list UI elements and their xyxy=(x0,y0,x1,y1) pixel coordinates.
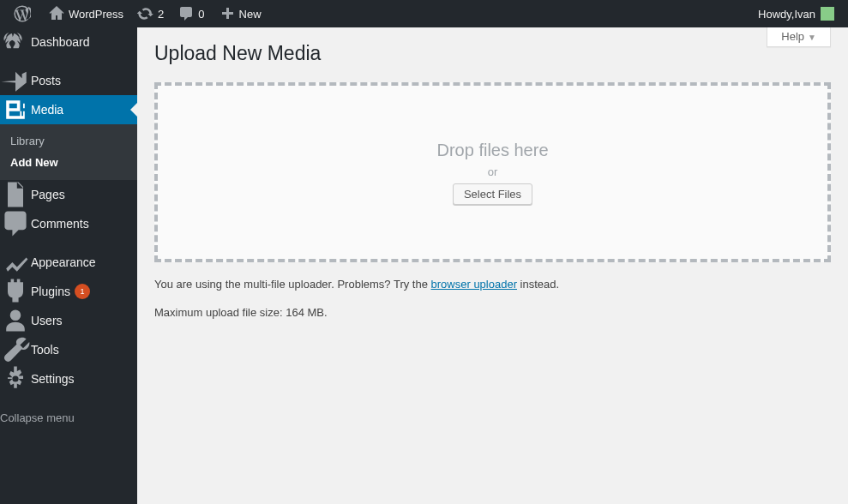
updates-count: 2 xyxy=(158,8,164,21)
wp-logo-menu[interactable] xyxy=(7,0,41,27)
updates-menu[interactable]: 2 xyxy=(130,0,171,27)
plugin-icon xyxy=(0,277,31,306)
media-icon xyxy=(0,95,31,124)
sidebar-item-appearance[interactable]: Appearance xyxy=(0,248,137,277)
sidebar-item-users[interactable]: Users xyxy=(0,306,137,335)
wordpress-logo-icon xyxy=(14,5,31,22)
help-tab-label: Help xyxy=(781,30,804,43)
sidebar-submenu-media: Library Add New xyxy=(0,124,137,180)
my-account-menu[interactable]: Howdy, Ivan xyxy=(751,0,841,27)
update-icon xyxy=(137,5,154,22)
sidebar-item-settings[interactable]: Settings xyxy=(0,364,137,393)
page-icon xyxy=(0,180,31,209)
comments-count: 0 xyxy=(198,8,204,21)
site-name-menu[interactable]: WordPress xyxy=(41,0,130,27)
plugins-update-badge: 1 xyxy=(75,284,90,299)
select-files-button[interactable]: Select Files xyxy=(453,183,532,205)
sidebar-subitem-add-new[interactable]: Add New xyxy=(0,152,137,173)
pin-icon xyxy=(0,66,31,95)
main-content: Upload New Media Drop files here or Sele… xyxy=(137,0,848,319)
sidebar-subitem-library[interactable]: Library xyxy=(0,130,137,152)
sidebar-item-plugins[interactable]: Plugins 1 xyxy=(0,277,137,306)
sidebar-item-label: Plugins xyxy=(31,285,70,298)
collapse-menu-label: Collapse menu xyxy=(0,411,75,424)
appearance-icon xyxy=(0,248,31,277)
user-icon xyxy=(0,306,31,335)
home-icon xyxy=(48,5,65,22)
comment-icon xyxy=(177,5,195,22)
sidebar-item-label: Media xyxy=(31,103,63,117)
comments-icon xyxy=(0,209,31,238)
dropzone-message: Drop files here xyxy=(436,141,548,160)
sidebar-item-comments[interactable]: Comments xyxy=(0,209,137,238)
sidebar-item-label: Tools xyxy=(31,343,59,357)
sidebar-item-tools[interactable]: Tools xyxy=(0,335,137,364)
site-name-label: WordPress xyxy=(69,8,123,21)
plus-icon xyxy=(219,5,236,22)
sidebar-item-label: Dashboard xyxy=(31,35,90,49)
sidebar-item-media[interactable]: Media xyxy=(0,95,137,124)
new-content-label: New xyxy=(239,8,262,21)
max-upload-size-text: Maximum upload file size: 164 MB. xyxy=(154,306,831,319)
sidebar-item-label: Pages xyxy=(31,188,65,201)
sidebar-item-dashboard[interactable]: Dashboard xyxy=(0,27,137,57)
sidebar-item-label: Comments xyxy=(31,217,89,231)
dropzone-or-label: or xyxy=(488,165,498,178)
sidebar-item-label: Appearance xyxy=(31,255,96,269)
howdy-label: Howdy, xyxy=(758,8,794,21)
admin-sidebar: Dashboard Posts Media Library Add New Pa… xyxy=(0,27,137,504)
browser-uploader-link[interactable]: browser uploader xyxy=(431,278,517,291)
settings-icon xyxy=(0,364,31,393)
new-content-menu[interactable]: New xyxy=(212,0,268,27)
tools-icon xyxy=(0,335,31,364)
admin-toolbar: WordPress 2 0 New Howdy, Ivan xyxy=(0,0,848,27)
sidebar-item-label: Posts xyxy=(31,74,61,87)
user-display-name: Ivan xyxy=(794,8,815,21)
sidebar-item-label: Settings xyxy=(31,372,75,386)
help-tab[interactable]: Help▼ xyxy=(767,27,831,47)
sidebar-item-posts[interactable]: Posts xyxy=(0,66,137,95)
sidebar-item-pages[interactable]: Pages xyxy=(0,180,137,209)
user-avatar-icon xyxy=(821,7,834,21)
sidebar-item-label: Users xyxy=(31,314,63,327)
uploader-info-text: You are using the multi-file uploader. P… xyxy=(154,278,831,291)
upload-dropzone[interactable]: Drop files here or Select Files xyxy=(154,82,831,262)
page-title: Upload New Media xyxy=(154,34,831,69)
collapse-menu-button[interactable]: Collapse menu xyxy=(0,403,137,432)
comments-menu[interactable]: 0 xyxy=(171,0,211,27)
chevron-down-icon: ▼ xyxy=(808,33,816,42)
dashboard-icon xyxy=(0,27,31,57)
